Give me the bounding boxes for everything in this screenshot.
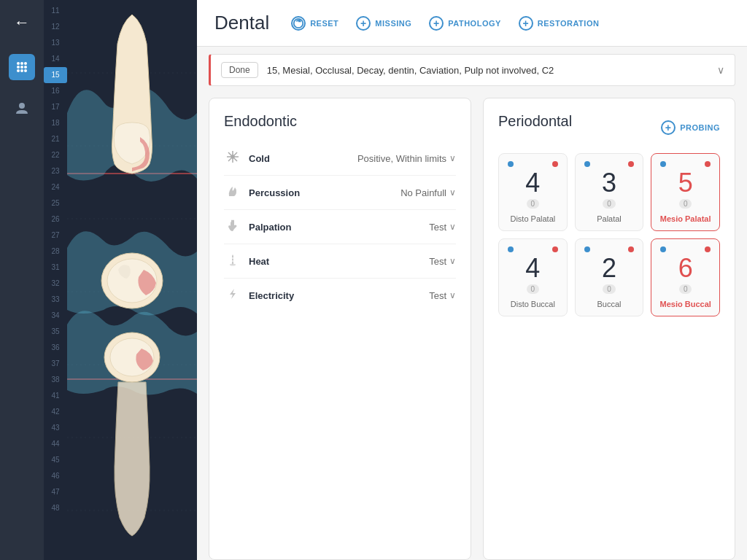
tooth-num-31[interactable]: 31 [44, 260, 67, 276]
tooth-num-47[interactable]: 47 [44, 484, 67, 500]
svg-point-2 [24, 62, 27, 65]
probing-button[interactable]: + PROBING [661, 120, 720, 135]
periodontal-title: Periodontal [498, 113, 572, 130]
tooth-num-34[interactable]: 34 [44, 308, 67, 324]
perio-number: 4 [506, 170, 560, 196]
endodontic-panel: Endodontic Cold Positive, Within limits [209, 98, 471, 560]
page-title: Dental [214, 12, 269, 34]
cold-value[interactable]: Positive, Within limits ∨ [357, 153, 456, 164]
tooth-num-43[interactable]: 43 [44, 420, 67, 436]
restoration-label: RESTORATION [538, 19, 600, 28]
tooth-num-17[interactable]: 17 [44, 99, 67, 115]
left-dot [508, 246, 514, 252]
cold-chevron: ∨ [449, 153, 456, 163]
tooth-num-13[interactable]: 13 [44, 35, 67, 51]
tooth-num-15[interactable]: 15 [44, 67, 67, 83]
pathology-button[interactable]: + PATHOLOGY [429, 16, 501, 31]
tooth-num-12[interactable]: 12 [44, 19, 67, 35]
dot-row [506, 161, 560, 167]
right-dot [628, 246, 634, 252]
svg-point-30 [230, 264, 236, 266]
svg-point-9 [19, 103, 25, 109]
perio-sub: 0 [679, 284, 692, 294]
perio-card-mesio-palatal[interactable]: 5 0 Mesio Palatal [651, 153, 720, 231]
perio-sub: 0 [603, 199, 616, 209]
perio-card-mesio-buccal[interactable]: 6 0 Mesio Buccal [651, 238, 720, 316]
right-dot [552, 246, 558, 252]
tooth-num-27[interactable]: 27 [44, 228, 67, 244]
reset-button[interactable]: RESET [291, 16, 338, 31]
back-button[interactable]: ← [14, 13, 30, 32]
tooth-num-24[interactable]: 24 [44, 179, 67, 195]
endo-row-cold[interactable]: Cold Positive, Within limits ∨ [224, 141, 456, 176]
right-dot [628, 161, 634, 167]
nav-bar: ← [0, 0, 44, 560]
perio-label: Palatal [583, 214, 636, 223]
tooth-num-25[interactable]: 25 [44, 195, 67, 211]
endo-row-electricity[interactable]: Electricity Test ∨ [224, 279, 456, 312]
tooth-num-28[interactable]: 28 [44, 244, 67, 260]
tooth-num-16[interactable]: 16 [44, 83, 67, 99]
perio-label: Disto Buccal [506, 300, 560, 308]
diagnosis-text: 15, Mesial, Occlusal, Decay, dentin, Cav… [267, 65, 708, 76]
tooth-num-37[interactable]: 37 [44, 356, 67, 372]
endo-row-palpation[interactable]: Palpation Test ∨ [224, 210, 456, 244]
percussion-value[interactable]: No Painfull ∨ [400, 187, 456, 198]
tooth-num-22[interactable]: 22 [44, 147, 67, 163]
body-panels: Endodontic Cold Positive, Within limits [197, 86, 747, 560]
tooth-num-23[interactable]: 23 [44, 163, 67, 179]
endodontic-title: Endodontic [224, 113, 456, 130]
perio-sub: 0 [527, 284, 540, 294]
dot-row [583, 246, 636, 252]
tooth-num-35[interactable]: 35 [44, 324, 67, 340]
perio-number: 4 [506, 255, 560, 281]
perio-card-disto-buccal[interactable]: 4 0 Disto Buccal [498, 238, 568, 316]
electricity-label: Electricity [249, 290, 422, 301]
heat-value[interactable]: Test ∨ [429, 256, 456, 267]
tooth-num-42[interactable]: 42 [44, 404, 67, 420]
left-dot [660, 161, 666, 167]
dot-row [506, 246, 560, 252]
nav-user-icon[interactable] [9, 95, 35, 121]
palpation-chevron: ∨ [449, 222, 456, 232]
missing-button[interactable]: + MISSING [356, 16, 411, 31]
missing-label: MISSING [375, 19, 411, 28]
left-dot [584, 246, 590, 252]
tooth-num-14[interactable]: 14 [44, 51, 67, 67]
tooth-num-33[interactable]: 33 [44, 292, 67, 308]
svg-point-7 [20, 69, 23, 72]
restoration-button[interactable]: + RESTORATION [519, 16, 600, 31]
tooth-num-36[interactable]: 36 [44, 340, 67, 356]
done-badge: Done [221, 62, 258, 78]
tooth-num-11[interactable]: 11 [44, 3, 67, 19]
pathology-label: PATHOLOGY [448, 19, 501, 28]
perio-card-disto-palatal[interactable]: 4 0 Disto Palatal [498, 153, 568, 231]
tooth-num-26[interactable]: 26 [44, 211, 67, 228]
tooth-num-21[interactable]: 21 [44, 131, 67, 147]
tooth-num-41[interactable]: 41 [44, 388, 67, 404]
endo-row-heat[interactable]: Heat Test ∨ [224, 244, 456, 279]
tooth-num-18[interactable]: 18 [44, 115, 67, 131]
tooth-num-32[interactable]: 32 [44, 276, 67, 292]
right-dot [705, 246, 711, 252]
perio-sub: 0 [603, 284, 616, 294]
perio-label: Mesio Palatal [659, 214, 712, 223]
tooth-num-48[interactable]: 48 [44, 500, 67, 516]
tooth-num-46[interactable]: 46 [44, 468, 67, 484]
tooth-num-45[interactable]: 45 [44, 452, 67, 468]
tooth-num-44[interactable]: 44 [44, 436, 67, 452]
nav-grid-icon[interactable] [9, 54, 35, 80]
perio-card-buccal[interactable]: 2 0 Buccal [575, 238, 644, 316]
svg-point-29 [231, 155, 234, 158]
electricity-chevron: ∨ [449, 290, 456, 300]
electricity-value[interactable]: Test ∨ [429, 290, 456, 301]
palpation-value[interactable]: Test ∨ [429, 222, 456, 233]
endo-row-percussion[interactable]: Percussion No Painfull ∨ [224, 176, 456, 210]
diagnosis-chevron[interactable]: ∨ [717, 64, 724, 76]
tooth-num-38[interactable]: 38 [44, 372, 67, 388]
perio-card-palatal[interactable]: 3 0 Palatal [575, 153, 644, 231]
dot-row [583, 161, 636, 167]
svg-point-4 [20, 66, 23, 69]
perio-header: Periodontal + PROBING [498, 113, 720, 141]
dot-row [659, 246, 712, 252]
